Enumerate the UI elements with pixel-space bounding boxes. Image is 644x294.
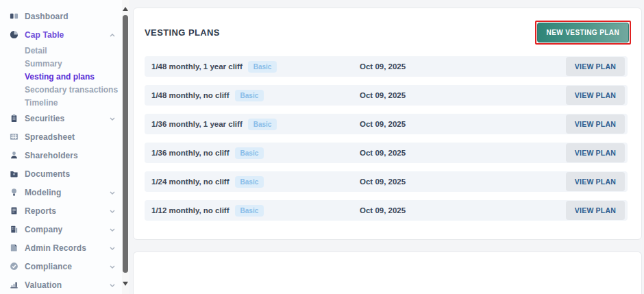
plan-name: 1/48 monthly, 1 year cliff xyxy=(151,62,243,71)
plan-name: 1/48 monthly, no cliff xyxy=(151,91,230,99)
vesting-plan-row: 1/48 monthly, no cliff Basic Oct 09, 202… xyxy=(145,85,628,106)
plan-date: Oct 09, 2025 xyxy=(360,206,406,215)
person-icon xyxy=(10,151,18,160)
chevron-down-icon xyxy=(107,226,115,233)
view-plan-button[interactable]: VIEW PLAN xyxy=(566,143,625,162)
view-plan-button[interactable]: VIEW PLAN xyxy=(566,114,625,134)
clipboard-icon xyxy=(10,114,18,123)
plan-name-cell: 1/12 monthly, no cliff Basic xyxy=(151,205,360,217)
plan-name: 1/36 monthly, no cliff xyxy=(151,149,230,157)
sidebar-item-securities[interactable]: Securities xyxy=(0,109,122,127)
chevron-up-icon xyxy=(107,32,115,38)
sidebar-item-label: Modeling xyxy=(25,188,107,197)
vesting-plan-row: 1/24 monthly, no cliff Basic Oct 09, 202… xyxy=(145,171,628,192)
sidebar-item-label: Reports xyxy=(25,206,107,216)
chevron-down-icon xyxy=(107,115,115,122)
chevron-down-icon xyxy=(107,245,115,252)
app-root: Dashboard Cap Table Detail Summary Vesti… xyxy=(0,0,644,294)
sidebar-subitem-label: Detail xyxy=(25,46,47,56)
sidebar-item-label: Company xyxy=(25,225,107,234)
triangle-up-icon xyxy=(123,7,128,11)
vesting-plan-list: 1/48 monthly, 1 year cliff Basic Oct 09,… xyxy=(145,51,628,221)
plan-tier-badge: Basic xyxy=(235,205,264,217)
sidebar-item-shareholders[interactable]: Shareholders xyxy=(0,146,122,164)
view-plan-button[interactable]: VIEW PLAN xyxy=(566,57,625,76)
sidebar-item-documents[interactable]: Documents xyxy=(0,164,122,183)
vesting-plan-row: 1/36 monthly, no cliff Basic Oct 09, 202… xyxy=(145,143,628,163)
view-plan-button[interactable]: VIEW PLAN xyxy=(566,172,625,191)
plan-date: Oct 09, 2025 xyxy=(360,120,406,128)
plan-name: 1/12 monthly, no cliff xyxy=(151,206,230,215)
sidebar-item-admin-records[interactable]: Admin Records xyxy=(0,238,122,257)
sidebar-subitem-label: Timeline xyxy=(25,98,58,108)
plan-tier-badge: Basic xyxy=(248,119,277,130)
chevron-down-icon xyxy=(107,263,115,270)
document-icon xyxy=(10,243,18,252)
view-plan-button[interactable]: VIEW PLAN xyxy=(566,86,625,105)
sidebar-item-label: Spreadsheet xyxy=(25,132,115,142)
vesting-plan-row: 1/48 monthly, 1 year cliff Basic Oct 09,… xyxy=(145,56,628,77)
plan-tier-badge: Basic xyxy=(235,176,264,188)
sidebar-item-summary[interactable]: Summary xyxy=(0,57,122,70)
pie-chart-icon xyxy=(10,30,18,39)
sidebar-subitem-label: Vesting and plans xyxy=(25,72,95,82)
sidebar-item-modeling[interactable]: Modeling xyxy=(0,183,122,201)
chevron-down-icon xyxy=(107,189,115,196)
sidebar-item-secondary-transactions[interactable]: Secondary transactions xyxy=(0,83,122,96)
sidebar-subitem-label: Summary xyxy=(25,59,62,69)
sidebar-item-label: Valuation xyxy=(25,280,107,290)
sidebar: Dashboard Cap Table Detail Summary Vesti… xyxy=(0,0,122,294)
sidebar-item-label: Compliance xyxy=(25,262,107,271)
main-content: VESTING PLANS NEW VESTING PLAN 1/48 mont… xyxy=(129,0,644,294)
sidebar-item-dashboard[interactable]: Dashboard xyxy=(0,7,122,25)
scrollbar-down-arrow[interactable] xyxy=(122,280,129,287)
building-icon xyxy=(10,225,18,234)
plan-name: 1/24 monthly, no cliff xyxy=(151,177,230,186)
plan-name-cell: 1/48 monthly, 1 year cliff Basic xyxy=(151,61,360,73)
folder-icon xyxy=(10,169,18,178)
sidebar-item-reports[interactable]: Reports xyxy=(0,201,122,220)
plan-name-cell: 1/48 monthly, no cliff Basic xyxy=(151,90,360,101)
plan-name-cell: 1/36 monthly, no cliff Basic xyxy=(151,147,360,159)
sidebar-item-spreadsheet[interactable]: Spreadsheet xyxy=(0,127,122,146)
sidebar-item-label: Shareholders xyxy=(25,151,115,160)
plan-tier-badge: Basic xyxy=(235,147,264,159)
check-badge-icon xyxy=(10,262,18,271)
page-title: VESTING PLANS xyxy=(145,27,220,38)
plan-date: Oct 09, 2025 xyxy=(360,177,406,186)
card-header: VESTING PLANS NEW VESTING PLAN xyxy=(145,8,628,51)
plan-name: 1/36 monthly, 1 year cliff xyxy=(151,120,243,128)
bar-chart-icon xyxy=(10,280,18,289)
sidebar-item-label: Admin Records xyxy=(25,243,107,253)
triangle-down-icon xyxy=(123,282,128,286)
vertical-scrollbar[interactable] xyxy=(122,0,129,294)
report-file-icon xyxy=(10,206,18,215)
chevron-down-icon xyxy=(107,282,115,289)
sidebar-item-valuation[interactable]: Valuation xyxy=(0,275,122,294)
view-plan-button[interactable]: VIEW PLAN xyxy=(566,201,625,220)
scrollbar-up-arrow[interactable] xyxy=(122,5,129,12)
dashboard-icon xyxy=(10,12,18,21)
sidebar-item-label: Cap Table xyxy=(25,30,107,40)
click-annotation-box: NEW VESTING PLAN xyxy=(535,21,631,45)
sidebar-item-cap-table[interactable]: Cap Table xyxy=(0,25,122,44)
plan-name-cell: 1/36 monthly, 1 year cliff Basic xyxy=(151,119,360,130)
sidebar-item-timeline[interactable]: Timeline xyxy=(0,96,122,109)
plan-date: Oct 09, 2025 xyxy=(360,149,406,157)
sidebar-item-company[interactable]: Company xyxy=(0,220,122,238)
plan-date: Oct 09, 2025 xyxy=(360,62,406,71)
lightbulb-icon xyxy=(10,188,18,197)
vesting-plan-row: 1/36 monthly, 1 year cliff Basic Oct 09,… xyxy=(145,114,628,134)
chevron-down-icon xyxy=(107,208,115,215)
sidebar-item-label: Dashboard xyxy=(25,12,115,21)
sidebar-item-vesting-and-plans[interactable]: Vesting and plans xyxy=(0,70,122,83)
new-vesting-plan-button[interactable]: NEW VESTING PLAN xyxy=(537,23,629,42)
plan-name-cell: 1/24 monthly, no cliff Basic xyxy=(151,176,360,188)
plan-tier-badge: Basic xyxy=(248,61,277,73)
scrollbar-thumb[interactable] xyxy=(123,15,128,273)
table-grid-icon xyxy=(10,132,18,141)
sidebar-item-compliance[interactable]: Compliance xyxy=(0,257,122,275)
sidebar-item-label: Documents xyxy=(25,169,115,179)
secondary-card xyxy=(133,252,642,294)
sidebar-item-detail[interactable]: Detail xyxy=(0,44,122,57)
